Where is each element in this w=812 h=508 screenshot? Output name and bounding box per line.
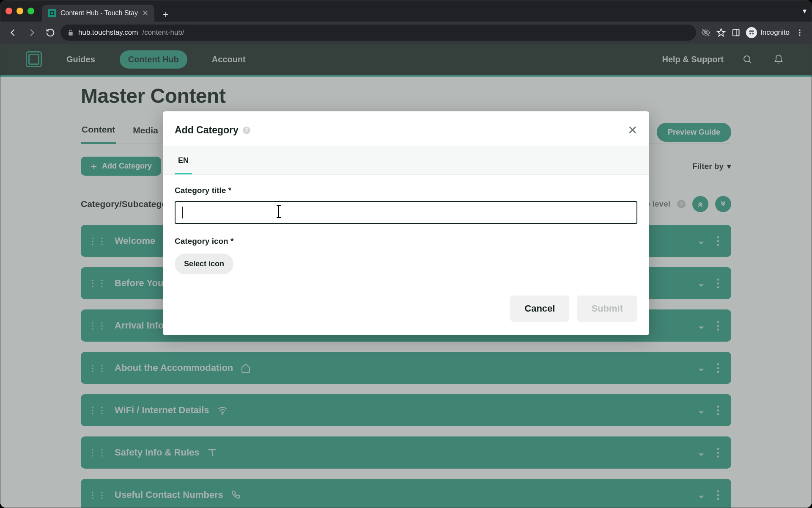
new-tab-button[interactable]: + xyxy=(159,7,173,22)
modal-title: Add Category xyxy=(175,124,239,136)
eye-off-icon[interactable] xyxy=(701,28,710,37)
cancel-button[interactable]: Cancel xyxy=(510,295,569,322)
browser-window: Content Hub - Touch Stay ✕ + ▾ hub.touch… xyxy=(0,0,812,508)
tab-title: Content Hub - Touch Stay xyxy=(60,9,138,17)
star-icon[interactable] xyxy=(716,28,726,37)
profile-label: Incognito xyxy=(760,28,790,37)
svg-point-5 xyxy=(752,33,754,35)
reload-button[interactable] xyxy=(42,24,59,41)
window-minimize-icon[interactable] xyxy=(16,8,23,14)
forward-button[interactable] xyxy=(23,24,40,41)
modal-footer: Cancel Submit xyxy=(163,279,649,335)
window-close-icon[interactable] xyxy=(5,8,12,14)
url-path: /content-hub/ xyxy=(142,28,184,37)
svg-rect-3 xyxy=(736,30,739,36)
modal-body: Category title * Category icon * Select … xyxy=(163,175,649,279)
lang-tab-en[interactable]: EN xyxy=(175,147,192,174)
window-zoom-icon[interactable] xyxy=(27,8,34,14)
svg-point-7 xyxy=(799,32,800,33)
tab-favicon-icon xyxy=(48,9,56,17)
category-title-label: Category title * xyxy=(175,186,637,195)
svg-point-6 xyxy=(799,30,800,31)
back-button[interactable] xyxy=(5,24,22,41)
address-bar[interactable]: hub.touchstay.com/content-hub/ xyxy=(60,25,696,41)
tab-close-icon[interactable]: ✕ xyxy=(142,8,148,18)
svg-point-4 xyxy=(749,33,752,35)
browser-tab[interactable]: Content Hub - Touch Stay ✕ xyxy=(42,5,154,22)
close-icon[interactable]: ✕ xyxy=(628,123,637,137)
lock-icon xyxy=(67,29,74,36)
submit-button[interactable]: Submit xyxy=(577,295,637,322)
modal-language-tabs: EN xyxy=(163,147,649,175)
browser-titlebar: Content Hub - Touch Stay ✕ + ▾ xyxy=(0,0,812,22)
kebab-menu-icon[interactable] xyxy=(796,28,804,37)
svg-rect-0 xyxy=(50,11,54,15)
incognito-avatar-icon xyxy=(746,27,757,38)
category-title-input[interactable] xyxy=(175,201,637,224)
tab-strip: Content Hub - Touch Stay ✕ + xyxy=(42,0,173,22)
toolbar-right: Incognito xyxy=(698,27,807,38)
extensions-icon[interactable] xyxy=(732,28,740,37)
browser-toolbar: hub.touchstay.com/content-hub/ Incognito xyxy=(0,22,812,44)
window-controls xyxy=(5,8,34,14)
add-category-modal: Add Category ? ✕ EN Category title * Cat… xyxy=(163,111,649,335)
select-icon-button[interactable]: Select icon xyxy=(175,254,233,274)
profile-chip[interactable]: Incognito xyxy=(746,27,790,38)
url-domain: hub.touchstay.com xyxy=(78,28,138,37)
help-tooltip-icon[interactable]: ? xyxy=(243,127,250,134)
tabstrip-overflow-icon[interactable]: ▾ xyxy=(803,6,807,16)
svg-point-8 xyxy=(799,34,800,36)
category-icon-label: Category icon * xyxy=(175,237,637,246)
page-viewport: Guides Content Hub Account Help & Suppor… xyxy=(0,44,812,508)
modal-header: Add Category ? ✕ xyxy=(163,111,649,147)
